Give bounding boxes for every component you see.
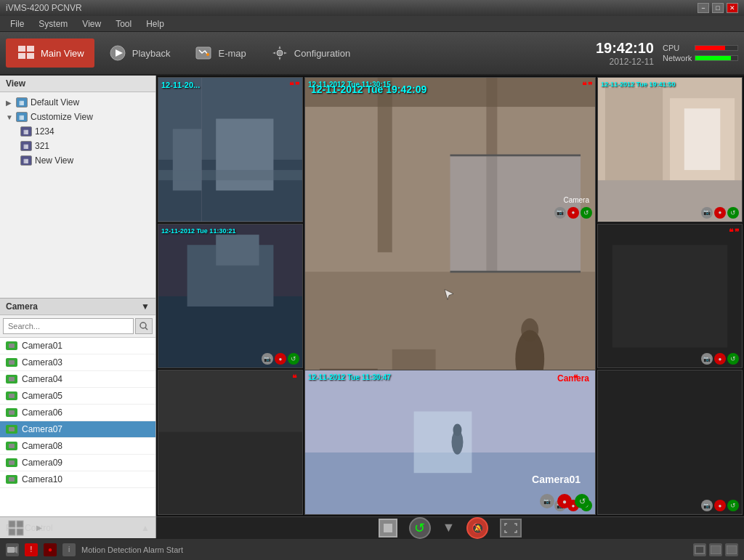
cell3-record-btn[interactable]: ● (714, 207, 726, 219)
cell4-timestamp: 12-11-2012 Tue 11:30:21 (161, 227, 235, 235)
video-cell-9[interactable]: 📷 ● ↺ (597, 370, 743, 515)
svg-point-54 (453, 424, 461, 437)
menu-file[interactable]: File (3, 17, 31, 31)
cell6-record-btn[interactable]: ● (714, 353, 726, 365)
cell9-inner: 📷 ● ↺ (598, 370, 742, 514)
tree-view-321[interactable]: ▦ 321 (3, 139, 153, 153)
search-button[interactable] (135, 318, 153, 334)
tree-customize-view[interactable]: ▼ ▦ Customize View (3, 110, 153, 124)
stop-button[interactable] (379, 519, 397, 537)
cell9-refresh-btn[interactable]: ↺ (727, 500, 739, 511)
video-cell-7[interactable]: ❝ (158, 370, 303, 515)
video-cell-6[interactable]: ❝ ❞ 📷 ● ↺ (597, 224, 743, 369)
cell8-camlabel2: Camera (557, 373, 589, 384)
statusbar-record-icon: ● (44, 543, 57, 556)
svg-rect-6 (196, 47, 211, 59)
svg-rect-30 (216, 235, 259, 265)
view-new-label: New View (35, 155, 73, 166)
cell5-snapshot-btn[interactable]: 📷 (540, 494, 554, 508)
cell5-record-btn[interactable]: ● (557, 494, 572, 508)
video-cell-4[interactable]: 12-11-2012 Tue 11:30:21 ❝ 📷 ● ↺ (158, 224, 303, 369)
camera-icon-01 (6, 341, 17, 350)
config-button[interactable]: Configuration (259, 38, 360, 68)
camera-item-06[interactable]: Camera06 (0, 405, 155, 421)
camera-header-text: Camera (6, 301, 38, 312)
menu-system[interactable]: System (31, 17, 75, 31)
layout-button[interactable] (6, 520, 26, 536)
camera-label-03: Camera03 (22, 357, 62, 368)
statusbar-btn2[interactable] (709, 543, 722, 556)
cell8-timestamp: 12-11-2012 Tue 11:30:47 (308, 373, 391, 381)
cell9-record-btn[interactable]: ● (714, 500, 726, 511)
camera-item-10[interactable]: Camera10 (0, 471, 155, 488)
tree-view-1234[interactable]: ▦ 1234 (3, 124, 153, 139)
cell1-alarms: ❝ ❞ (289, 81, 299, 91)
cell1-alarm2: ❞ (295, 81, 299, 91)
video-cell-3[interactable]: 12-11-2012 Tue 19:41:50 Camera01 📷 ● ↺ (597, 77, 743, 222)
cell4-record-btn[interactable]: ● (275, 353, 286, 365)
camera-panel-header[interactable]: Camera ▼ (0, 299, 155, 315)
camera-item-08[interactable]: Camera08 (0, 438, 155, 455)
minimize-button[interactable]: − (698, 3, 709, 13)
cell5-refresh-btn[interactable]: ↺ (575, 494, 589, 508)
cell2-snapshot-btn[interactable]: 📷 (554, 207, 566, 219)
refresh-dropdown[interactable]: ▼ (442, 520, 456, 535)
emap-button[interactable]: E-map (183, 38, 256, 68)
cell9-snapshot-btn[interactable]: 📷 (701, 500, 713, 511)
cell2-camlabel: Camera (563, 196, 589, 204)
playback-button[interactable]: Playback (97, 38, 181, 68)
cell1-inner: 12-11-20... ❝ ❞ (158, 78, 302, 222)
close-button[interactable]: ✕ (727, 3, 738, 13)
cell4-snapshot-btn[interactable]: 📷 (262, 353, 273, 365)
tree-default-view[interactable]: ▶ ▦ Default View (3, 95, 153, 110)
video-area: 12-11-20... ❝ ❞ (156, 76, 744, 538)
tree-view-new[interactable]: ▦ New View (3, 153, 153, 168)
video-cell-1[interactable]: 12-11-20... ❝ ❞ (158, 77, 303, 222)
window-controls: − □ ✕ (698, 3, 738, 13)
camera-item-04[interactable]: Camera04 (0, 371, 155, 388)
cell6-snapshot-btn[interactable]: 📷 (701, 353, 713, 365)
view-icon-1234: ▦ (20, 126, 32, 137)
camera-search-input[interactable] (3, 318, 134, 334)
statusbar-btn3[interactable] (725, 543, 738, 556)
camera-label-05: Camera05 (22, 391, 62, 401)
refresh-button[interactable]: ↺ (409, 517, 431, 539)
date-display: 2012-12-11 (596, 57, 654, 67)
svg-rect-13 (173, 129, 202, 191)
tree-area: ▶ ▦ Default View ▼ ▦ Customize View ▦ 12… (0, 92, 155, 171)
camera-label-04: Camera04 (22, 374, 62, 384)
bottom-toolbar: ▶ ↺ ▼ 🔕 (156, 516, 744, 538)
statusbar-right-controls (693, 543, 738, 556)
sidebar: View ▶ ▦ Default View ▼ ▦ Customize View… (0, 76, 156, 538)
cell3-snapshot-btn[interactable]: 📷 (701, 207, 713, 219)
cell3-refresh-btn[interactable]: ↺ (727, 207, 739, 219)
camera-item-03[interactable]: Camera03 (0, 354, 155, 371)
mainview-button[interactable]: Main View (6, 38, 94, 68)
fullscreen-button[interactable] (500, 519, 522, 537)
statusbar-alarm-icon: ! (25, 543, 38, 556)
cell6-alarm1: ❝ (729, 227, 733, 238)
cell2-record-btn[interactable]: ● (567, 207, 579, 219)
layout-dropdown-btn[interactable]: ▶ (29, 520, 49, 536)
cell2-refresh-btn[interactable]: ↺ (581, 207, 592, 219)
menu-help[interactable]: Help (139, 17, 171, 31)
statusbar-btn1[interactable] (693, 543, 706, 556)
menu-view[interactable]: View (75, 17, 108, 31)
alarm-button[interactable]: 🔕 (466, 517, 488, 539)
maximize-button[interactable]: □ (712, 3, 724, 13)
svg-rect-52 (414, 412, 472, 474)
cell9-controls: 📷 ● ↺ (701, 500, 739, 511)
camera-item-07[interactable]: Camera07 (0, 421, 155, 438)
cell6-refresh-btn[interactable]: ↺ (727, 353, 739, 365)
cell7-alarm: ❝ (292, 373, 296, 384)
view-panel-header: View (0, 76, 155, 92)
camera-item-01[interactable]: Camera01 (0, 338, 155, 354)
svg-rect-0 (18, 46, 25, 52)
cell4-refresh-btn[interactable]: ↺ (288, 353, 299, 365)
camera-item-09[interactable]: Camera09 (0, 455, 155, 471)
camera-item-05[interactable]: Camera05 (0, 388, 155, 405)
svg-rect-63 (696, 547, 703, 553)
cell2-alarm1: ❝ (582, 81, 586, 91)
menu-tool[interactable]: Tool (108, 17, 139, 31)
view-header-text: View (6, 78, 25, 89)
